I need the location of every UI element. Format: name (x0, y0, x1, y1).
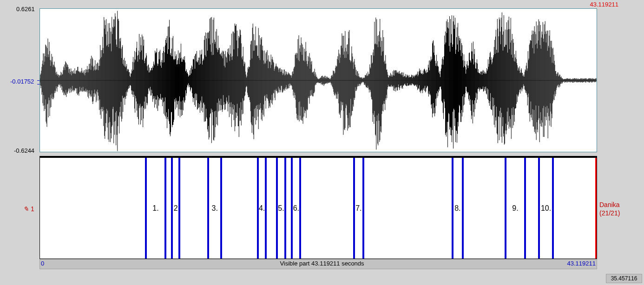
segment-boundary[interactable] (145, 158, 147, 259)
segment-boundary[interactable] (353, 158, 355, 259)
segment-boundary[interactable] (284, 158, 286, 259)
segment-boundary[interactable] (552, 158, 554, 259)
waveform-pane[interactable] (39, 8, 597, 152)
segment-boundary[interactable] (538, 158, 540, 259)
tier-selection-cursor[interactable] (595, 158, 597, 259)
segment-label[interactable]: 8. (454, 204, 460, 213)
segment-label[interactable]: 1. (152, 204, 158, 213)
tier-number-label: ✎ 1 (23, 205, 34, 213)
tier-right-label: Danika (21/21) (599, 201, 620, 217)
app-root: 43.119211 0.6261 -0.01752 -0.6244 ✎ 1 1.… (0, 0, 644, 285)
segment-boundary[interactable] (462, 158, 464, 259)
segment-label[interactable]: 10. (541, 204, 551, 213)
tier-body[interactable]: 1.23.4.5.6.7.8.9.10. (40, 158, 597, 259)
segment-label[interactable]: 5. (278, 204, 284, 213)
total-duration-label: 43.119211 (590, 1, 618, 8)
segment-boundary[interactable] (362, 158, 364, 259)
segment-boundary[interactable] (220, 158, 222, 259)
segment-label[interactable]: 4. (259, 204, 265, 213)
segment-boundary[interactable] (265, 158, 267, 259)
segment-label[interactable]: 2 (174, 204, 178, 213)
segment-label[interactable]: 3. (212, 204, 218, 213)
time-end: 43.119211 (567, 260, 596, 267)
segment-boundary[interactable] (452, 158, 453, 259)
segment-boundary[interactable] (505, 158, 506, 259)
segment-boundary[interactable] (207, 158, 209, 259)
time-visible-label: Visible part 43.119211 seconds (0, 260, 644, 267)
segment-boundary[interactable] (164, 158, 166, 259)
segment-label[interactable]: 7. (355, 204, 361, 213)
waveform-ymin: -0.6244 (14, 147, 34, 154)
segment-label[interactable]: 6. (293, 204, 299, 213)
waveform-svg (40, 9, 597, 152)
segment-boundary[interactable] (171, 158, 173, 259)
status-value-box: 35.457116 (606, 274, 642, 283)
segment-boundary[interactable] (524, 158, 526, 259)
segment-tier[interactable]: 1.23.4.5.6.7.8.9.10. (39, 156, 597, 259)
segment-boundary[interactable] (178, 158, 180, 259)
waveform-ymid: -0.01752 (10, 78, 34, 85)
waveform-ymax: 0.6261 (16, 6, 35, 13)
segment-label[interactable]: 9. (512, 204, 518, 213)
segment-boundary[interactable] (299, 158, 301, 259)
